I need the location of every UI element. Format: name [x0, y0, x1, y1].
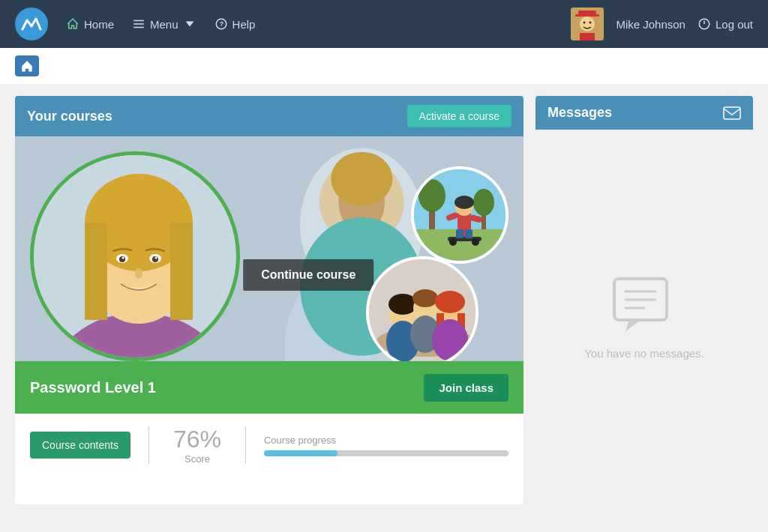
svg-point-42	[449, 238, 457, 246]
continue-course-button[interactable]: Continue course	[243, 259, 374, 291]
svg-rect-26	[85, 223, 107, 320]
messages-panel: Messages You have no messages.	[536, 96, 753, 504]
courses-panel-header: Your courses Activate a course	[15, 96, 524, 136]
score-section: 76% Score	[167, 426, 227, 465]
messages-panel-title: Messages	[548, 105, 612, 121]
course-name: Password Level 1	[30, 379, 156, 396]
svg-rect-66	[724, 107, 740, 119]
no-messages-text: You have no messages.	[584, 347, 704, 360]
courses-panel: Your courses Activate a course	[15, 96, 524, 504]
svg-rect-27	[170, 223, 193, 320]
svg-point-59	[412, 289, 438, 307]
no-messages-icon	[610, 275, 678, 335]
svg-point-33	[155, 257, 158, 259]
activate-course-button[interactable]: Activate a course	[407, 105, 512, 127]
skateboarder-circle	[411, 166, 508, 264]
course-info-bar: Course contents 76% Score Course progres…	[15, 414, 524, 477]
portrait-circle	[30, 151, 240, 361]
username-label: Mike Johnson	[616, 18, 686, 31]
svg-point-43	[472, 238, 479, 246]
join-class-button[interactable]: Join class	[424, 374, 508, 402]
navbar: Home Menu ? Help	[0, 0, 768, 48]
avatar	[571, 7, 604, 40]
logout-button[interactable]: Log out	[698, 17, 753, 31]
breadcrumb-home-icon[interactable]	[15, 55, 39, 76]
svg-point-40	[473, 189, 494, 216]
svg-text:?: ?	[219, 20, 224, 28]
course-card: Continue course	[15, 136, 524, 414]
messages-body: You have no messages.	[536, 130, 753, 504]
svg-point-38	[418, 179, 446, 212]
progress-bar-fill	[264, 450, 338, 456]
svg-rect-46	[465, 229, 472, 238]
svg-point-10	[590, 22, 592, 24]
svg-point-62	[435, 291, 465, 313]
progress-bar-bg	[264, 450, 508, 456]
nav-help-label: Help	[232, 18, 256, 31]
breadcrumb	[0, 48, 768, 84]
svg-rect-11	[580, 33, 595, 40]
nav-menu[interactable]: Menu	[132, 17, 196, 31]
messages-panel-header: Messages	[536, 96, 753, 130]
app-logo	[15, 7, 48, 40]
nav-home-label: Home	[84, 18, 114, 31]
divider-2	[245, 426, 246, 464]
score-value: 76%	[167, 426, 227, 453]
svg-point-34	[135, 268, 142, 279]
nav-help[interactable]: ? Help	[214, 17, 256, 31]
svg-point-32	[122, 257, 124, 259]
logout-label: Log out	[716, 18, 753, 31]
svg-point-9	[584, 22, 586, 24]
progress-section: Course progress	[264, 435, 508, 456]
svg-rect-45	[456, 229, 464, 238]
svg-point-8	[580, 16, 595, 31]
study-group-circle	[366, 256, 478, 369]
nav-right: Mike Johnson Log out	[571, 7, 753, 40]
divider-1	[148, 426, 149, 464]
progress-label: Course progress	[264, 435, 508, 446]
svg-point-19	[331, 152, 392, 206]
svg-point-48	[454, 196, 474, 209]
main-content: Your courses Activate a course	[0, 84, 768, 516]
score-label: Score	[167, 453, 227, 465]
courses-panel-title: Your courses	[27, 109, 112, 124]
course-footer: Password Level 1 Join class	[15, 361, 524, 414]
nav-home[interactable]: Home	[66, 17, 114, 31]
course-contents-button[interactable]: Course contents	[30, 432, 130, 459]
nav-menu-label: Menu	[150, 18, 178, 31]
svg-rect-7	[575, 14, 599, 16]
mail-icon	[723, 106, 741, 121]
